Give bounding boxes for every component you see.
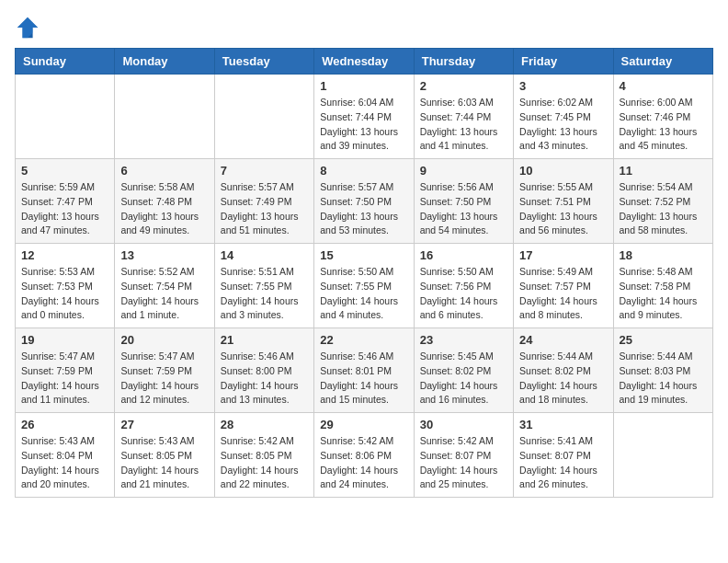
logo (15, 15, 44, 40)
day-number: 20 (120, 333, 208, 347)
calendar-cell: 23Sunrise: 5:45 AMSunset: 8:02 PMDayligh… (414, 328, 513, 413)
day-number: 22 (320, 333, 407, 347)
day-info: Sunrise: 5:42 AMSunset: 8:06 PMDaylight:… (320, 434, 407, 492)
day-number: 2 (420, 79, 507, 93)
day-number: 18 (620, 248, 707, 262)
day-info: Sunrise: 5:42 AMSunset: 8:05 PMDaylight:… (221, 434, 308, 492)
day-number: 26 (21, 418, 108, 431)
day-number: 7 (221, 164, 308, 178)
day-number: 13 (120, 248, 208, 262)
day-number: 30 (420, 418, 507, 431)
calendar-header-row: SundayMondayTuesdayWednesdayThursdayFrid… (16, 49, 713, 75)
day-info: Sunrise: 5:47 AMSunset: 7:59 PMDaylight:… (21, 350, 108, 408)
day-info: Sunrise: 6:00 AMSunset: 7:46 PMDaylight:… (620, 96, 707, 154)
day-info: Sunrise: 6:02 AMSunset: 7:45 PMDaylight:… (519, 96, 607, 154)
calendar-cell: 30Sunrise: 5:42 AMSunset: 8:07 PMDayligh… (414, 413, 513, 498)
calendar-header-friday: Friday (514, 49, 613, 75)
day-info: Sunrise: 5:57 AMSunset: 7:50 PMDaylight:… (320, 180, 407, 238)
day-number: 25 (620, 333, 707, 347)
day-info: Sunrise: 5:55 AMSunset: 7:51 PMDaylight:… (519, 180, 607, 238)
day-info: Sunrise: 5:56 AMSunset: 7:50 PMDaylight:… (420, 180, 507, 238)
day-info: Sunrise: 5:46 AMSunset: 8:00 PMDaylight:… (221, 350, 308, 408)
day-info: Sunrise: 5:57 AMSunset: 7:49 PMDaylight:… (221, 180, 308, 238)
calendar-cell (115, 75, 214, 159)
calendar-cell: 8Sunrise: 5:57 AMSunset: 7:50 PMDaylight… (314, 159, 414, 244)
calendar-cell: 20Sunrise: 5:47 AMSunset: 7:59 PMDayligh… (115, 328, 214, 413)
day-number: 1 (320, 79, 407, 93)
day-info: Sunrise: 5:54 AMSunset: 7:52 PMDaylight:… (620, 180, 707, 238)
calendar-header-thursday: Thursday (414, 49, 513, 75)
day-info: Sunrise: 5:52 AMSunset: 7:54 PMDaylight:… (120, 265, 208, 323)
calendar-cell: 9Sunrise: 5:56 AMSunset: 7:50 PMDaylight… (414, 159, 513, 244)
calendar-week-row: 12Sunrise: 5:53 AMSunset: 7:53 PMDayligh… (16, 244, 713, 328)
logo-icon (15, 15, 40, 40)
calendar-cell: 14Sunrise: 5:51 AMSunset: 7:55 PMDayligh… (214, 244, 313, 328)
day-number: 27 (120, 418, 208, 431)
calendar-cell: 13Sunrise: 5:52 AMSunset: 7:54 PMDayligh… (115, 244, 214, 328)
day-info: Sunrise: 5:49 AMSunset: 7:57 PMDaylight:… (519, 265, 607, 323)
day-info: Sunrise: 5:50 AMSunset: 7:56 PMDaylight:… (420, 265, 507, 323)
day-info: Sunrise: 5:51 AMSunset: 7:55 PMDaylight:… (221, 265, 308, 323)
day-info: Sunrise: 5:53 AMSunset: 7:53 PMDaylight:… (21, 265, 108, 323)
svg-marker-1 (17, 17, 38, 38)
calendar-cell: 21Sunrise: 5:46 AMSunset: 8:00 PMDayligh… (214, 328, 313, 413)
day-info: Sunrise: 5:42 AMSunset: 8:07 PMDaylight:… (420, 434, 507, 492)
day-number: 3 (519, 79, 607, 93)
calendar-cell: 31Sunrise: 5:41 AMSunset: 8:07 PMDayligh… (514, 413, 613, 498)
calendar-cell: 5Sunrise: 5:59 AMSunset: 7:47 PMDaylight… (16, 159, 115, 244)
calendar: SundayMondayTuesdayWednesdayThursdayFrid… (15, 48, 713, 498)
day-number: 10 (519, 164, 607, 178)
day-number: 23 (420, 333, 507, 347)
calendar-header-monday: Monday (115, 49, 214, 75)
day-number: 11 (620, 164, 707, 178)
day-number: 29 (320, 418, 407, 431)
day-info: Sunrise: 5:41 AMSunset: 8:07 PMDaylight:… (519, 434, 607, 492)
calendar-cell: 3Sunrise: 6:02 AMSunset: 7:45 PMDaylight… (514, 75, 613, 159)
day-info: Sunrise: 5:45 AMSunset: 8:02 PMDaylight:… (420, 350, 507, 408)
calendar-cell: 24Sunrise: 5:44 AMSunset: 8:02 PMDayligh… (514, 328, 613, 413)
calendar-cell: 26Sunrise: 5:43 AMSunset: 8:04 PMDayligh… (16, 413, 115, 498)
day-number: 9 (420, 164, 507, 178)
day-number: 31 (519, 418, 607, 431)
calendar-cell: 2Sunrise: 6:03 AMSunset: 7:44 PMDaylight… (414, 75, 513, 159)
day-info: Sunrise: 5:44 AMSunset: 8:02 PMDaylight:… (519, 350, 607, 408)
day-info: Sunrise: 6:03 AMSunset: 7:44 PMDaylight:… (420, 96, 507, 154)
calendar-cell: 11Sunrise: 5:54 AMSunset: 7:52 PMDayligh… (613, 159, 712, 244)
calendar-header-saturday: Saturday (613, 49, 712, 75)
calendar-week-row: 1Sunrise: 6:04 AMSunset: 7:44 PMDaylight… (16, 75, 713, 159)
calendar-cell: 28Sunrise: 5:42 AMSunset: 8:05 PMDayligh… (214, 413, 313, 498)
day-info: Sunrise: 5:50 AMSunset: 7:55 PMDaylight:… (320, 265, 407, 323)
day-number: 12 (21, 248, 108, 262)
calendar-cell: 27Sunrise: 5:43 AMSunset: 8:05 PMDayligh… (115, 413, 214, 498)
day-number: 6 (120, 164, 208, 178)
day-number: 24 (519, 333, 607, 347)
calendar-header-sunday: Sunday (16, 49, 115, 75)
calendar-cell: 19Sunrise: 5:47 AMSunset: 7:59 PMDayligh… (16, 328, 115, 413)
day-info: Sunrise: 5:46 AMSunset: 8:01 PMDaylight:… (320, 350, 407, 408)
calendar-cell: 15Sunrise: 5:50 AMSunset: 7:55 PMDayligh… (314, 244, 414, 328)
calendar-week-row: 19Sunrise: 5:47 AMSunset: 7:59 PMDayligh… (16, 328, 713, 413)
day-number: 15 (320, 248, 407, 262)
calendar-cell: 4Sunrise: 6:00 AMSunset: 7:46 PMDaylight… (613, 75, 712, 159)
day-info: Sunrise: 5:47 AMSunset: 7:59 PMDaylight:… (120, 350, 208, 408)
calendar-cell: 7Sunrise: 5:57 AMSunset: 7:49 PMDaylight… (214, 159, 313, 244)
calendar-week-row: 5Sunrise: 5:59 AMSunset: 7:47 PMDaylight… (16, 159, 713, 244)
calendar-cell: 18Sunrise: 5:48 AMSunset: 7:58 PMDayligh… (613, 244, 712, 328)
calendar-cell (613, 413, 712, 498)
calendar-cell (16, 75, 115, 159)
calendar-header-wednesday: Wednesday (314, 49, 414, 75)
calendar-header-tuesday: Tuesday (214, 49, 313, 75)
day-info: Sunrise: 6:04 AMSunset: 7:44 PMDaylight:… (320, 96, 407, 154)
day-number: 4 (620, 79, 707, 93)
day-number: 8 (320, 164, 407, 178)
header (15, 15, 713, 40)
calendar-cell: 6Sunrise: 5:58 AMSunset: 7:48 PMDaylight… (115, 159, 214, 244)
day-info: Sunrise: 5:59 AMSunset: 7:47 PMDaylight:… (21, 180, 108, 238)
day-info: Sunrise: 5:44 AMSunset: 8:03 PMDaylight:… (620, 350, 707, 408)
calendar-cell: 17Sunrise: 5:49 AMSunset: 7:57 PMDayligh… (514, 244, 613, 328)
day-info: Sunrise: 5:58 AMSunset: 7:48 PMDaylight:… (120, 180, 208, 238)
calendar-cell: 22Sunrise: 5:46 AMSunset: 8:01 PMDayligh… (314, 328, 414, 413)
day-number: 5 (21, 164, 108, 178)
calendar-cell: 16Sunrise: 5:50 AMSunset: 7:56 PMDayligh… (414, 244, 513, 328)
calendar-cell: 29Sunrise: 5:42 AMSunset: 8:06 PMDayligh… (314, 413, 414, 498)
